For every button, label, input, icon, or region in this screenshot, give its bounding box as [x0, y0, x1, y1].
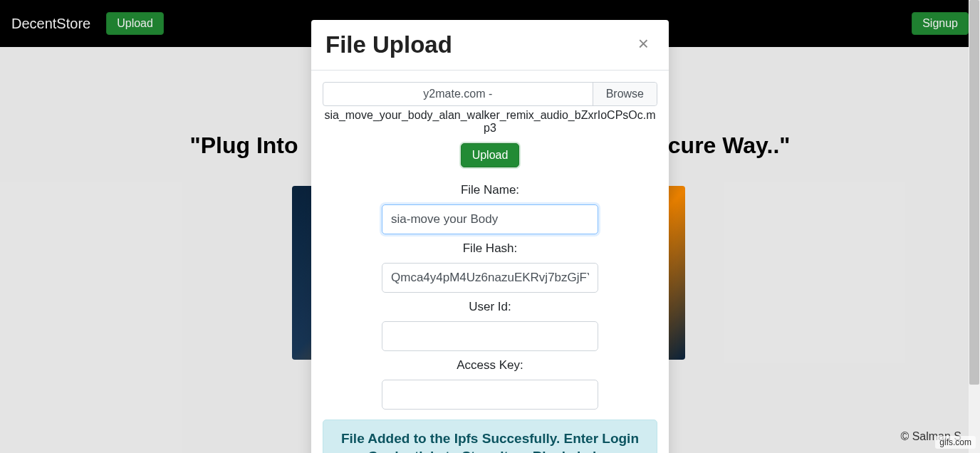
upload-button[interactable]: Upload — [461, 143, 520, 167]
file-hash-label: File Hash: — [323, 241, 657, 256]
modal-body: y2mate.com - Browse sia_move_your_body_a… — [311, 71, 669, 453]
browse-button[interactable]: Browse — [593, 83, 657, 105]
file-chooser-display: y2mate.com - — [323, 83, 593, 105]
file-hash-input[interactable] — [382, 263, 598, 293]
file-name-label: File Name: — [323, 183, 657, 197]
user-id-input[interactable] — [382, 321, 598, 351]
selected-filename: sia_move_your_body_alan_walker_remix_aud… — [323, 109, 657, 135]
modal-overlay[interactable]: File Upload × y2mate.com - Browse sia_mo… — [0, 0, 980, 453]
file-chooser[interactable]: y2mate.com - Browse — [323, 82, 657, 106]
close-icon[interactable]: × — [632, 31, 655, 56]
modal-title: File Upload — [325, 31, 452, 58]
access-key-label: Access Key: — [323, 358, 657, 373]
status-message: File Added to the Ipfs Succesfully. Ente… — [323, 420, 657, 453]
access-key-input[interactable] — [382, 380, 598, 410]
modal-header: File Upload × — [311, 20, 669, 71]
file-upload-modal: File Upload × y2mate.com - Browse sia_mo… — [311, 20, 669, 453]
file-name-input[interactable] — [382, 204, 598, 234]
gifs-watermark: gifs.com — [935, 436, 976, 449]
scrollbar-track[interactable] — [969, 0, 980, 453]
user-id-label: User Id: — [323, 300, 657, 314]
scrollbar-thumb[interactable] — [969, 0, 979, 385]
